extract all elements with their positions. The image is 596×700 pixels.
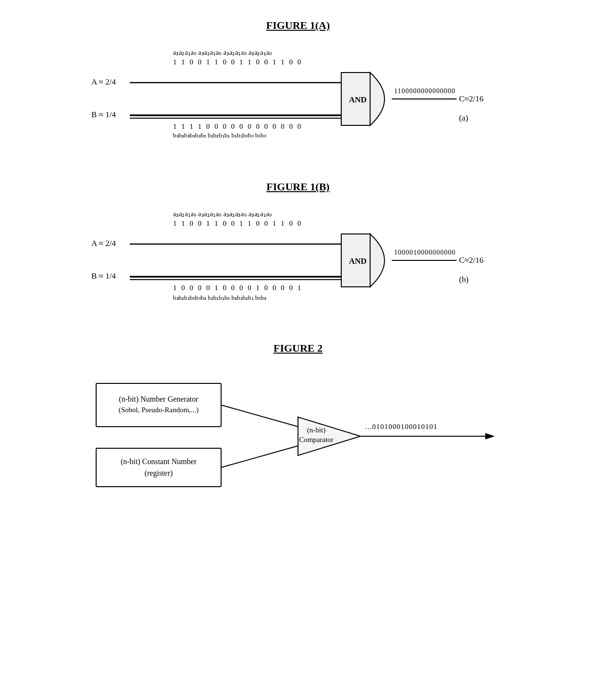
fig2-arrow-head <box>485 433 494 439</box>
fig1a-diagram: a₃a₂a₁a₀ a₃a₂a₁a₀ a₃a₂a₁a₀ a₃a₂a₁a₀ 1 1 … <box>82 46 514 152</box>
fig2-box1-line2: (Sobol, Pseudo-Random,...) <box>119 406 199 414</box>
fig2-number-generator-box <box>96 383 221 427</box>
fig1b-a-subscript: a₃a₂a₁a₀ a₃a₂a₁a₀ a₃a₂a₃a₀ a₃a₂a₁a₀ <box>173 210 272 218</box>
fig1a-svg: a₃a₂a₁a₀ a₃a₂a₁a₀ a₃a₂a₁a₀ a₃a₂a₁a₀ 1 1 … <box>82 46 514 152</box>
fig1a-a-label: A ≈ 2/4 <box>91 77 116 86</box>
fig1a-b-label: B ≈ 1/4 <box>91 110 116 119</box>
figure-1b-section: FIGURE 1(B) a₃a₂a₁a₀ a₃a₂a₁a₀ a₃a₂a₃a₀ a… <box>29 181 567 313</box>
fig1a-b-bits: 1 1 1 1 0 0 0 0 0 0 0 0 0 0 0 0 <box>173 123 302 130</box>
fig1b-b-bits: 1 0 0 0 0 1 0 0 0 0 1 0 0 0 0 1 <box>173 284 302 292</box>
fig1b-gate-arc <box>370 234 385 287</box>
fig2-comp-line2: Comparator <box>299 436 334 443</box>
figure-2-section: FIGURE 2 (n-bit) Number Generator (Sobol… <box>29 342 567 504</box>
fig1a-gate-label: AND <box>349 95 367 104</box>
fig1a-a-bits: 1 1 0 0 1 1 0 0 1 1 0 0 1 1 0 0 <box>173 58 302 66</box>
fig1a-b-subscript: b₃b₃b₃b₃b₂b₂ b₂b₂b₁b₁ b₁b₁b₀b₀ b₀b₀ <box>173 132 266 139</box>
fig1b-c-label: C≈2/16 <box>459 256 484 265</box>
fig2-svg: (n-bit) Number Generator (Sobol, Pseudo-… <box>82 369 514 504</box>
fig2-output-bits: ...0101000100010101 <box>365 423 437 430</box>
fig2-diagram: (n-bit) Number Generator (Sobol, Pseudo-… <box>82 369 514 504</box>
fig1b-a-bits: 1 1 0 0 1 1 0 0 1 1 0 0 1 1 0 0 <box>173 220 302 227</box>
fig2-constant-number-box <box>96 448 221 487</box>
fig1b-diagram: a₃a₂a₁a₀ a₃a₂a₁a₀ a₃a₂a₃a₀ a₃a₂a₁a₀ 1 1 … <box>82 208 514 313</box>
page: FIGURE 1(A) a₃a₂a₁a₀ a₃a₂a₁a₀ a₃a₂a₁a₀ a… <box>0 0 596 700</box>
figure-1a-section: FIGURE 1(A) a₃a₂a₁a₀ a₃a₂a₁a₀ a₃a₂a₁a₀ a… <box>29 19 567 152</box>
fig1a-a-subscript: a₃a₂a₁a₀ a₃a₂a₁a₀ a₃a₂a₁a₀ a₃a₂a₁a₀ <box>173 49 272 56</box>
fig2-title: FIGURE 2 <box>29 342 567 355</box>
fig2-box2-line1: (n-bit) Constant Number <box>121 457 197 466</box>
fig2-wire-box2-comp <box>221 446 298 467</box>
fig2-wire-box1-comp <box>221 405 298 427</box>
fig1b-b-label: B ≈ 1/4 <box>91 271 116 281</box>
fig1b-svg: a₃a₂a₁a₀ a₃a₂a₁a₀ a₃a₂a₃a₀ a₃a₂a₁a₀ 1 1 … <box>82 208 514 318</box>
fig1a-title: FIGURE 1(A) <box>29 19 567 32</box>
fig2-comp-line1: (n-bit) <box>307 426 325 434</box>
fig1b-a-label: A ≈ 2/4 <box>91 239 116 248</box>
fig2-box2-line2: (register) <box>145 469 173 478</box>
fig1b-b-subscript: b₃b₂b₁b₀b₀b₃ b₂b₁b₁b₀ b₃b₂b₂b₁ b₀b₃ <box>173 294 266 301</box>
fig1b-paren-label: (b) <box>459 275 469 284</box>
fig1a-paren-label: (a) <box>459 113 468 123</box>
fig1a-c-label: C≈2/16 <box>459 94 484 103</box>
fig1b-gate-label: AND <box>349 257 367 266</box>
fig1a-output-bits: 1100000000000000 <box>394 87 455 95</box>
fig1b-title: FIGURE 1(B) <box>29 181 567 193</box>
fig1a-gate-arc <box>370 73 385 125</box>
fig1b-output-bits: 1000010000000000 <box>394 249 456 256</box>
fig2-box1-line1: (n-bit) Number Generator <box>119 395 199 404</box>
